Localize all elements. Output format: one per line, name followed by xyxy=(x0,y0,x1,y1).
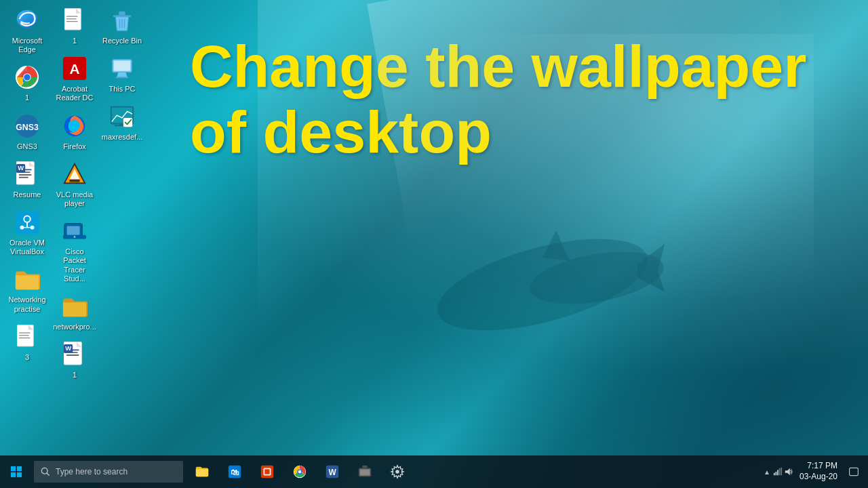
desktop-icon-gns3[interactable]: GNS3 GNS3 xyxy=(3,109,51,155)
desktop-icon-chrome[interactable]: 1 xyxy=(3,60,51,106)
overlay-text: Change the wallpaper of desktop xyxy=(190,34,854,165)
svg-point-42 xyxy=(74,236,76,238)
taskbar: Type here to search 🛍 xyxy=(0,455,868,488)
svg-rect-25 xyxy=(19,335,29,336)
svg-rect-29 xyxy=(66,18,77,19)
svg-point-6 xyxy=(24,75,31,81)
svg-text:W: W xyxy=(328,468,336,477)
desktop: Microsoft Edge 1 xyxy=(0,0,868,488)
svg-point-74 xyxy=(298,470,302,474)
tray-network[interactable] xyxy=(772,466,783,477)
firefox-label: Firefox xyxy=(63,142,86,151)
desktop-icon-thispc[interactable]: This PC xyxy=(98,52,146,97)
desktop-icon-file3[interactable]: 3 xyxy=(3,320,51,365)
svg-rect-46 xyxy=(66,354,79,356)
acrobat-label: Acrobat Reader DC xyxy=(53,85,96,102)
svg-text:A: A xyxy=(69,61,79,77)
vlc-label: VLC media player xyxy=(53,190,96,208)
desktop-icon-file1[interactable]: 1 xyxy=(51,3,98,49)
svg-rect-54 xyxy=(114,61,131,71)
svg-line-66 xyxy=(47,473,49,475)
svg-rect-26 xyxy=(19,338,31,338)
desktop-icon-edge[interactable]: Microsoft Edge xyxy=(3,3,51,58)
desktop-icon-networking[interactable]: Networking practise xyxy=(3,262,51,317)
start-button[interactable] xyxy=(0,455,33,488)
chrome-label: 1 xyxy=(25,94,29,102)
virtualbox-label: Cisco Packet Tracer Stud... xyxy=(53,247,96,283)
edge-label: Microsoft Edge xyxy=(5,37,49,54)
taskbar-apps: 🛍 xyxy=(186,455,762,488)
desktop-icon-virtualbox[interactable]: Cisco Packet Tracer Stud... xyxy=(51,214,98,287)
svg-text:W: W xyxy=(65,344,71,352)
fileword1-label: 1 xyxy=(73,371,77,380)
desktop-icon-resume[interactable]: W Resume xyxy=(3,157,51,203)
desktop-icon-networkpro[interactable]: networkpro... xyxy=(51,289,98,335)
svg-rect-80 xyxy=(362,466,367,468)
clock-time: 7:17 PM xyxy=(807,461,837,472)
svg-rect-84 xyxy=(777,470,778,475)
taskbar-settings[interactable] xyxy=(381,455,414,488)
file3-label: 3 xyxy=(25,353,29,362)
networking-label: Networking practise xyxy=(5,296,49,313)
svg-rect-37 xyxy=(69,179,79,182)
svg-rect-30 xyxy=(66,21,78,22)
svg-rect-87 xyxy=(850,468,859,475)
svg-rect-86 xyxy=(781,468,782,475)
svg-rect-78 xyxy=(360,469,370,475)
clock-date: 03-Aug-20 xyxy=(800,472,837,483)
notification-button[interactable] xyxy=(843,455,865,488)
svg-rect-71 xyxy=(264,469,269,474)
taskbar-chrome[interactable] xyxy=(283,455,316,488)
desktop-icon-fileword1[interactable]: W 1 xyxy=(51,338,98,383)
thispc-label: This PC xyxy=(108,85,135,94)
svg-rect-85 xyxy=(779,468,781,476)
svg-point-0 xyxy=(428,224,657,346)
svg-rect-28 xyxy=(66,16,78,16)
svg-rect-63 xyxy=(11,472,16,477)
networkpro-label: networkpro... xyxy=(53,323,96,331)
taskbar-store[interactable]: 🛍 xyxy=(218,455,251,488)
desktop-icon-maxresdef[interactable]: maxresdef... xyxy=(98,100,146,145)
desktop-icons: Microsoft Edge 1 xyxy=(3,3,146,384)
svg-rect-61 xyxy=(11,466,16,471)
maxresdef-label: maxresdef... xyxy=(102,133,143,142)
file1-label: 1 xyxy=(73,37,77,45)
taskbar-windows-app[interactable] xyxy=(251,455,283,488)
svg-rect-62 xyxy=(17,466,22,471)
svg-text:GNS3: GNS3 xyxy=(16,122,39,131)
whale-decoration xyxy=(407,224,665,346)
svg-point-1 xyxy=(526,243,665,313)
svg-rect-64 xyxy=(17,472,22,477)
taskbar-word[interactable]: W xyxy=(316,455,349,488)
tray-volume[interactable] xyxy=(783,466,794,477)
desktop-icon-cisco[interactable]: Oracle VM VirtualBox xyxy=(3,205,51,260)
taskbar-right: ▲ 7:17 PM xyxy=(762,455,868,488)
tray-chevron[interactable]: ▲ xyxy=(762,466,772,477)
svg-rect-55 xyxy=(116,77,129,79)
svg-rect-40 xyxy=(67,226,80,235)
search-placeholder: Type here to search xyxy=(56,467,127,476)
svg-rect-82 xyxy=(774,473,775,476)
svg-rect-24 xyxy=(19,332,31,333)
search-bar[interactable]: Type here to search xyxy=(34,461,183,483)
gns3-label: GNS3 xyxy=(17,142,37,151)
cisco-label: Oracle VM VirtualBox xyxy=(5,239,49,256)
desktop-icon-firefox[interactable]: Firefox xyxy=(51,109,98,155)
taskbar-unknown[interactable] xyxy=(349,455,381,488)
taskbar-file-explorer[interactable] xyxy=(186,455,218,488)
clock[interactable]: 7:17 PM 03-Aug-20 xyxy=(794,461,843,482)
desktop-icon-vlc[interactable]: VLC media player xyxy=(51,157,98,211)
svg-rect-12 xyxy=(19,174,32,176)
recycle-label: Recycle Bin xyxy=(102,37,142,45)
resume-label: Resume xyxy=(14,190,41,199)
svg-point-81 xyxy=(395,470,399,474)
overlay-text-content: Change the wallpaper of desktop xyxy=(190,33,807,165)
svg-rect-49 xyxy=(113,15,132,17)
desktop-icon-acrobat[interactable]: A Acrobat Reader DC xyxy=(51,52,98,106)
svg-text:🛍: 🛍 xyxy=(231,468,239,477)
svg-rect-13 xyxy=(19,177,28,178)
svg-rect-83 xyxy=(775,472,776,475)
svg-text:W: W xyxy=(18,164,24,171)
desktop-icon-recycle[interactable]: Recycle Bin xyxy=(98,3,146,49)
